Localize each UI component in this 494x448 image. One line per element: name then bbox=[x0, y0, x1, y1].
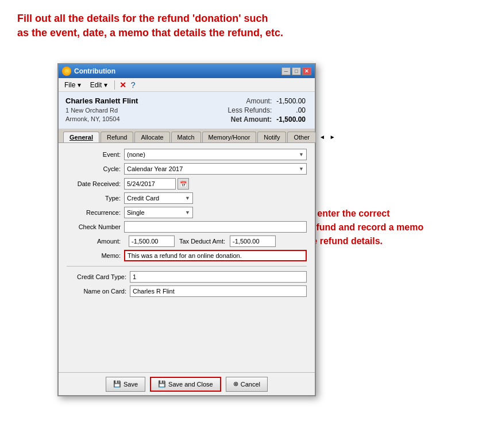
recurrence-dropdown[interactable]: Single ▼ bbox=[124, 207, 193, 218]
type-label: Type: bbox=[67, 195, 124, 202]
section-divider bbox=[67, 266, 307, 267]
amount-row: Amount: Tax Deduct Amt: bbox=[67, 235, 307, 247]
tab-match[interactable]: Match bbox=[171, 132, 201, 142]
tax-deduct-input[interactable] bbox=[230, 235, 276, 247]
event-label: Event: bbox=[67, 151, 124, 158]
cycle-label: Cycle: bbox=[67, 165, 124, 172]
cycle-dropdown[interactable]: Calendar Year 2017 ▼ bbox=[124, 163, 307, 175]
delete-icon[interactable]: ✕ bbox=[119, 80, 126, 90]
donor-address2: Armonk, NY, 10504 bbox=[65, 115, 138, 122]
cc-type-label: Credit Card Type: bbox=[67, 273, 130, 280]
recurrence-row: Recurrence: Single ▼ bbox=[67, 207, 307, 218]
donor-address1: 1 New Orchard Rd bbox=[65, 107, 138, 114]
cc-type-input[interactable] bbox=[130, 271, 307, 283]
header-info: Charles Ranlett Flint 1 New Orchard Rd A… bbox=[59, 92, 315, 129]
edit-menu[interactable]: Edit ▾ bbox=[88, 80, 110, 90]
cancel-button[interactable]: ⊗ Cancel bbox=[226, 377, 268, 392]
net-amount-value: -1,500.00 bbox=[274, 115, 308, 124]
amount-value: -1,500.00 bbox=[274, 96, 308, 106]
instruction-line2: as the event, date, a memo that details … bbox=[17, 26, 316, 40]
window-controls: ─ □ ✕ bbox=[281, 67, 311, 75]
amount-summary: Amount: -1,500.00 Less Refunds: .00 Net … bbox=[226, 96, 308, 124]
save-icon: 💾 bbox=[113, 380, 121, 388]
tax-deduct-label: Tax Deduct Amt: bbox=[179, 238, 225, 245]
form-content: Event: (none) ▼ Cycle: Calendar Year 201… bbox=[59, 143, 315, 306]
cycle-row: Cycle: Calendar Year 2017 ▼ bbox=[67, 163, 307, 175]
cc-type-row: Credit Card Type: bbox=[67, 271, 307, 283]
footer-buttons: 💾 Save 💾 Save and Close ⊗ Cancel bbox=[59, 372, 315, 395]
tabs-bar: General Refund Allocate Match Memory/Hon… bbox=[59, 129, 315, 143]
recurrence-dropdown-arrow: ▼ bbox=[185, 210, 190, 215]
date-input[interactable] bbox=[124, 178, 176, 190]
cc-name-label: Name on Card: bbox=[67, 288, 130, 295]
contribution-dialog: 🪙 Contribution ─ □ ✕ File ▾ Edit ▾ ✕ ? C… bbox=[57, 63, 316, 396]
type-row: Type: Credit Card ▼ bbox=[67, 192, 307, 204]
minimize-button[interactable]: ─ bbox=[281, 67, 291, 75]
less-refunds-value: .00 bbox=[274, 106, 308, 115]
file-menu[interactable]: File ▾ bbox=[62, 80, 83, 90]
title-bar: 🪙 Contribution ─ □ ✕ bbox=[59, 64, 315, 78]
event-row: Event: (none) ▼ bbox=[67, 149, 307, 160]
check-number-input[interactable] bbox=[124, 221, 307, 233]
tab-allocate[interactable]: Allocate bbox=[134, 132, 169, 142]
check-number-row: Check Number bbox=[67, 221, 307, 233]
calendar-button[interactable]: 📅 bbox=[177, 178, 189, 190]
save-close-icon: 💾 bbox=[158, 380, 166, 388]
tab-notify[interactable]: Notify bbox=[257, 132, 286, 142]
event-dropdown[interactable]: (none) ▼ bbox=[124, 149, 307, 160]
date-container: 📅 bbox=[124, 178, 307, 190]
type-dropdown-arrow: ▼ bbox=[185, 195, 190, 201]
tab-scroll-left[interactable]: ◄ bbox=[317, 132, 327, 142]
cycle-dropdown-arrow: ▼ bbox=[299, 166, 304, 172]
cc-name-input[interactable] bbox=[130, 285, 307, 297]
memo-row: Memo: bbox=[67, 250, 307, 261]
memo-input[interactable] bbox=[124, 250, 307, 261]
amount-label: Amount: bbox=[226, 96, 275, 106]
instruction-text: Fill out all the details for the refund … bbox=[17, 11, 316, 40]
tab-scroll-right[interactable]: ► bbox=[327, 132, 338, 142]
date-row: Date Received: 📅 bbox=[67, 178, 307, 190]
cc-name-row: Name on Card: bbox=[67, 285, 307, 297]
maximize-button[interactable]: □ bbox=[292, 67, 301, 75]
type-dropdown[interactable]: Credit Card ▼ bbox=[124, 192, 193, 204]
event-dropdown-arrow: ▼ bbox=[299, 152, 304, 157]
tab-other[interactable]: Other bbox=[287, 132, 316, 142]
tab-general[interactable]: General bbox=[63, 132, 99, 142]
date-label: Date Received: bbox=[67, 180, 124, 187]
help-icon[interactable]: ? bbox=[131, 80, 136, 90]
close-button[interactable]: ✕ bbox=[302, 67, 311, 75]
cancel-icon: ⊗ bbox=[233, 380, 238, 388]
amount-input[interactable] bbox=[129, 235, 175, 247]
amount-field-label: Amount: bbox=[67, 238, 124, 245]
save-close-button[interactable]: 💾 Save and Close bbox=[150, 377, 221, 392]
instruction-line1: Fill out all the details for the refund … bbox=[17, 11, 316, 26]
menu-bar: File ▾ Edit ▾ ✕ ? bbox=[59, 78, 315, 92]
recurrence-label: Recurrence: bbox=[67, 209, 124, 216]
tab-refund[interactable]: Refund bbox=[101, 132, 133, 142]
donor-name: Charles Ranlett Flint bbox=[65, 96, 138, 105]
save-button[interactable]: 💾 Save bbox=[106, 377, 145, 392]
less-refunds-label: Less Refunds: bbox=[226, 106, 275, 115]
menu-separator bbox=[114, 80, 115, 90]
dialog-icon: 🪙 bbox=[62, 67, 71, 76]
check-number-label: Check Number bbox=[67, 223, 124, 230]
net-amount-label: Net Amount: bbox=[226, 115, 275, 124]
tab-memory-honor[interactable]: Memory/Honor bbox=[202, 132, 257, 142]
donor-info: Charles Ranlett Flint 1 New Orchard Rd A… bbox=[65, 96, 138, 124]
memo-label: Memo: bbox=[67, 252, 124, 259]
dialog-title: Contribution bbox=[74, 67, 115, 75]
